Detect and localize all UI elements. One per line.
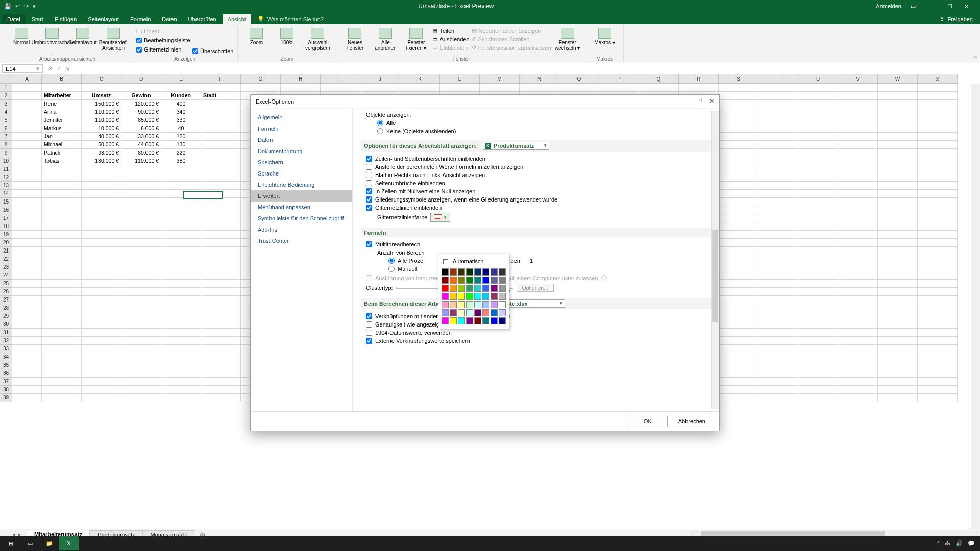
cell[interactable] — [798, 92, 838, 100]
cell[interactable] — [82, 369, 121, 378]
cell[interactable] — [758, 141, 798, 149]
cell[interactable] — [42, 369, 82, 378]
cell[interactable] — [201, 173, 241, 182]
row-header-36[interactable]: 36 — [0, 369, 12, 378]
cell[interactable] — [758, 92, 798, 100]
cell[interactable] — [719, 133, 758, 141]
cell[interactable] — [798, 116, 838, 124]
ribbon-display-options-icon[interactable]: ▭ — [911, 3, 916, 10]
cell[interactable] — [82, 263, 121, 271]
cell[interactable] — [838, 222, 878, 231]
cell[interactable] — [719, 190, 758, 198]
row-header-11[interactable]: 11 — [0, 165, 12, 173]
cell[interactable] — [798, 206, 838, 214]
cell[interactable] — [12, 337, 42, 345]
cell[interactable] — [878, 361, 918, 369]
column-header-A[interactable]: A — [12, 74, 42, 84]
cell[interactable] — [42, 206, 82, 214]
cell[interactable] — [878, 369, 918, 378]
cancel-formula-icon[interactable]: ✕ — [48, 65, 53, 72]
update-links-checkbox[interactable]: Verknüpfungen mit anderen Dokumenten akt… — [361, 312, 713, 320]
objects-all-radio[interactable]: Alle — [361, 119, 713, 127]
cell[interactable] — [12, 288, 42, 296]
cell[interactable] — [758, 353, 798, 361]
cell[interactable] — [201, 190, 241, 198]
start-button[interactable]: ⊞ — [1, 536, 20, 550]
cell[interactable] — [838, 394, 878, 402]
cell[interactable] — [838, 133, 878, 141]
nav-language[interactable]: Sprache — [251, 168, 352, 179]
cell[interactable] — [838, 304, 878, 312]
zoom-100-button[interactable]: 100% — [273, 26, 301, 45]
cell[interactable] — [719, 288, 758, 296]
cell[interactable] — [121, 222, 161, 231]
color-swatch[interactable] — [450, 317, 457, 324]
cell[interactable] — [12, 255, 42, 263]
cell[interactable] — [201, 312, 241, 320]
cell[interactable] — [758, 214, 798, 222]
cell[interactable]: 44.000 € — [121, 141, 161, 149]
cell[interactable] — [201, 198, 241, 206]
cell[interactable] — [758, 288, 798, 296]
view-pagelayout-button[interactable]: Seitenlayout — [68, 26, 97, 45]
row-header-8[interactable]: 8 — [0, 141, 12, 149]
cell[interactable] — [161, 190, 201, 198]
cell[interactable] — [201, 353, 241, 361]
cell[interactable] — [838, 182, 878, 190]
row-header-37[interactable]: 37 — [0, 378, 12, 386]
column-header-M[interactable]: M — [480, 74, 520, 84]
objects-none-radio[interactable]: Keine (Objekte ausblenden) — [361, 127, 713, 135]
cell[interactable] — [758, 320, 798, 329]
cell[interactable] — [42, 165, 82, 173]
cancel-button[interactable]: Abbrechen — [672, 416, 712, 427]
cell[interactable] — [838, 198, 878, 206]
cell[interactable] — [12, 280, 42, 288]
color-swatch[interactable] — [491, 293, 498, 300]
cell[interactable] — [121, 329, 161, 337]
cell[interactable]: 40.000 € — [82, 133, 121, 141]
cell[interactable] — [758, 296, 798, 304]
cell[interactable] — [201, 100, 241, 108]
cell[interactable] — [878, 182, 918, 190]
row-header-5[interactable]: 5 — [0, 116, 12, 124]
cell[interactable] — [719, 280, 758, 288]
cell[interactable] — [201, 304, 241, 312]
cell[interactable] — [918, 329, 958, 337]
cell[interactable] — [400, 84, 440, 92]
row-header-30[interactable]: 30 — [0, 320, 12, 329]
cell[interactable] — [798, 312, 838, 320]
cell[interactable] — [161, 255, 201, 263]
cell[interactable] — [201, 247, 241, 255]
cell[interactable] — [918, 133, 958, 141]
cell[interactable] — [161, 312, 201, 320]
cell[interactable] — [798, 133, 838, 141]
cell[interactable] — [82, 337, 121, 345]
cell[interactable] — [838, 214, 878, 222]
cell[interactable] — [918, 280, 958, 288]
cell[interactable] — [12, 92, 42, 100]
column-header-X[interactable]: X — [918, 74, 958, 84]
cell[interactable] — [798, 141, 838, 149]
column-header-E[interactable]: E — [161, 74, 201, 84]
cell[interactable] — [599, 84, 639, 92]
row-header-26[interactable]: 26 — [0, 288, 12, 296]
cell[interactable] — [121, 84, 161, 92]
row-header-1[interactable]: 1 — [0, 84, 12, 92]
color-swatch[interactable] — [499, 317, 506, 324]
cell[interactable] — [758, 100, 798, 108]
cell[interactable] — [838, 141, 878, 149]
column-header-O[interactable]: O — [559, 74, 599, 84]
cell[interactable] — [878, 222, 918, 231]
cell[interactable]: 220 — [161, 149, 201, 157]
cell[interactable] — [918, 206, 958, 214]
cell[interactable] — [12, 133, 42, 141]
cell[interactable] — [878, 190, 918, 198]
collapse-ribbon-icon[interactable]: ^ — [974, 55, 977, 61]
row-header-27[interactable]: 27 — [0, 296, 12, 304]
cell[interactable] — [82, 84, 121, 92]
color-swatch[interactable] — [458, 293, 465, 300]
cell[interactable] — [719, 84, 758, 92]
cell[interactable] — [758, 157, 798, 165]
cell[interactable] — [918, 124, 958, 133]
row-header-31[interactable]: 31 — [0, 329, 12, 337]
